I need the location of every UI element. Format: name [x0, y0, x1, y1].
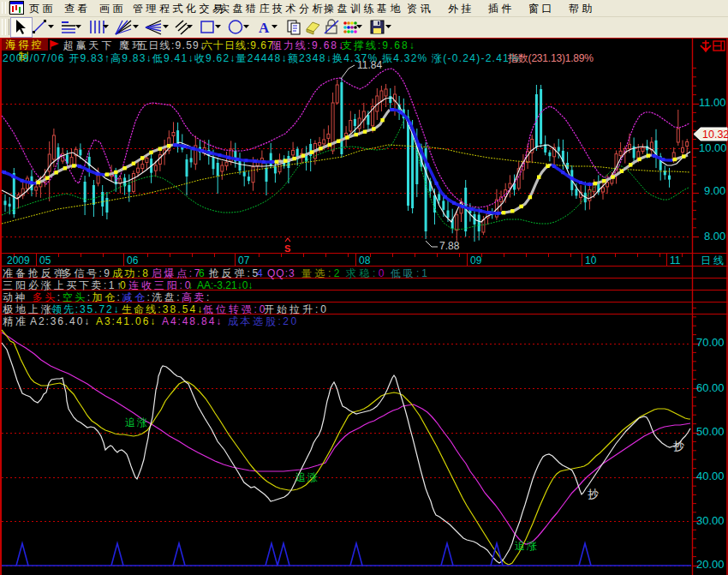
- svg-text:7.88: 7.88: [439, 240, 460, 252]
- svg-text:10.32: 10.32: [702, 129, 728, 141]
- svg-text:A: A: [259, 20, 270, 36]
- svg-text:S: S: [284, 243, 290, 254]
